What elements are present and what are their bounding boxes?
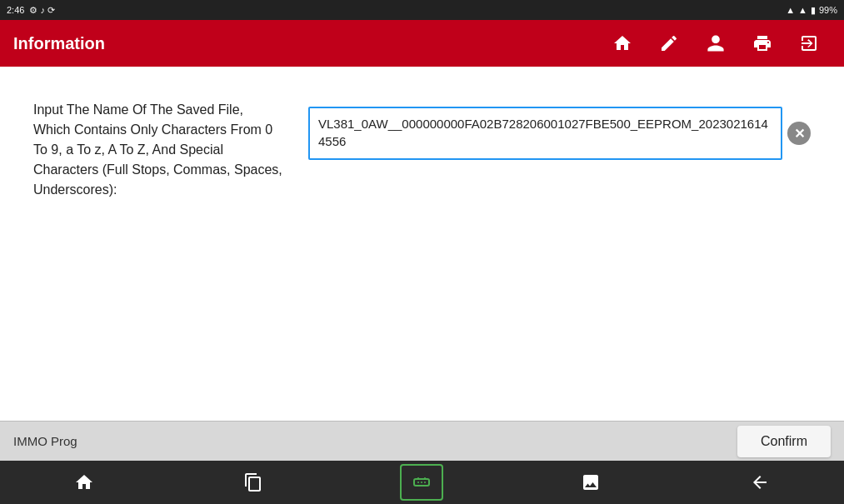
header: Information [0,20,844,67]
status-bar-left: 2:46 ⚙ ♪ ⟳ [7,5,55,16]
bottom-label: IMMO Prog [13,434,77,448]
battery-icon: ▮ [811,5,816,16]
battery-percent: 99% [819,5,837,15]
instruction-text: Input The Name Of The Saved File, Which … [33,100,283,200]
main-content: Input The Name Of The Saved File, Which … [0,67,844,421]
bottom-bar: IMMO Prog Confirm [0,421,844,461]
nav-copy-btn[interactable] [232,464,275,501]
nav-vci-btn[interactable] [400,464,443,501]
nav-image-btn[interactable] [569,464,612,501]
print-icon-btn[interactable] [741,20,784,67]
user-icon-btn[interactable] [694,20,737,67]
header-icons [601,20,831,67]
nav-back-btn[interactable] [738,464,782,501]
status-bar: 2:46 ⚙ ♪ ⟳ ▲ ▲ ▮ 99% [0,0,844,20]
input-area: VL381_0AW__000000000FA02B7282060​01027FB… [308,107,811,160]
edit-icon-btn[interactable] [647,20,691,67]
nav-bar [0,461,844,504]
nav-home-btn[interactable] [62,464,106,501]
export-icon-btn[interactable] [787,20,831,67]
status-icons: ⚙ ♪ ⟳ [29,5,55,16]
signal-icon: ▲ [798,5,807,15]
home-icon-btn[interactable] [601,20,644,67]
status-bar-right: ▲ ▲ ▮ 99% [786,5,837,16]
status-time: 2:46 [7,5,24,15]
file-name-input[interactable]: VL381_0AW__000000000FA02B7282060​01027FB… [308,107,782,160]
confirm-button[interactable]: Confirm [737,426,831,457]
clear-button[interactable]: ✕ [787,122,811,145]
wifi-icon: ▲ [786,5,795,15]
page-title: Information [13,34,601,53]
